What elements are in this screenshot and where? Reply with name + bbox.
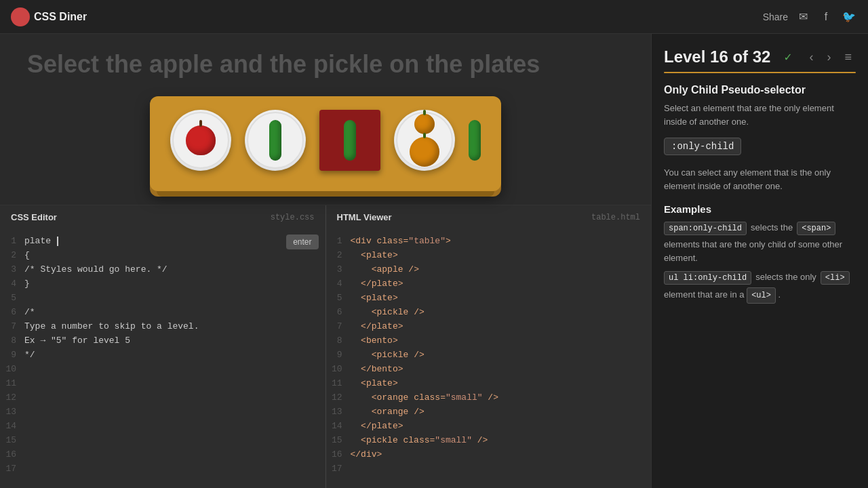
line-number: 10 <box>326 363 351 377</box>
line-content: } <box>24 277 326 291</box>
html-line: 13 <orange /> <box>326 405 652 420</box>
css-editor-tab[interactable]: CSS Editor style.css <box>0 205 326 229</box>
line-number: 11 <box>0 377 24 391</box>
dining-table <box>150 96 501 191</box>
pickle-bento <box>344 120 356 161</box>
line-content <box>24 420 326 434</box>
line-number: 2 <box>0 249 24 263</box>
prev-level-button[interactable]: ‹ <box>805 49 817 66</box>
css-editor-pane[interactable]: enter 1 plate 2 { 3 /* Styles would go h… <box>0 229 326 488</box>
line-content: <pickle /> <box>351 306 652 320</box>
twitter-icon[interactable]: 🐦 <box>841 9 857 25</box>
code-line: 6 /* <box>0 306 326 320</box>
html-line: 3 <apple /> <box>326 263 652 277</box>
code-line: 10 <box>0 363 326 377</box>
example-1-desc: elements that are the only child of some… <box>664 238 856 264</box>
facebook-icon[interactable]: f <box>818 9 834 25</box>
html-line: 7 </plate> <box>326 320 652 334</box>
line-content: <plate> <box>351 249 652 263</box>
code-line: 14 <box>0 420 326 434</box>
line-content: <orange /> <box>351 405 652 420</box>
line-number: 13 <box>0 405 24 420</box>
line-content: */ <box>24 348 326 363</box>
enter-button[interactable]: enter <box>286 235 318 249</box>
editor-tabs: CSS Editor style.css HTML Viewer table.h… <box>0 205 651 229</box>
code-line: 13 <box>0 405 326 420</box>
line-number: 14 <box>326 420 351 434</box>
line-number: 1 <box>0 235 24 249</box>
html-line: 5 <plate> <box>326 291 652 306</box>
example-2-tag2: <ul> <box>747 287 776 304</box>
line-content: { <box>24 249 326 263</box>
example-1-code: span:only-child <box>664 222 747 235</box>
line-content: /* <box>24 306 326 320</box>
selector-desc: Select an element that are the only elem… <box>664 102 856 128</box>
code-area: CSS Editor style.css HTML Viewer table.h… <box>0 205 651 488</box>
examples-title: Examples <box>664 203 856 215</box>
example-2-tag: <li> <box>821 271 850 285</box>
code-line: 8 Ex → "5" for level 5 <box>0 334 326 348</box>
line-content: <apple /> <box>351 263 652 277</box>
right-panel: Level 16 of 32 ✓ ‹ › ≡ Only Child Pseudo… <box>651 34 868 488</box>
line-content <box>24 363 326 377</box>
plate-1 <box>170 110 231 171</box>
line-content: Ex → "5" for level 5 <box>24 334 326 348</box>
orange-small <box>414 114 435 134</box>
bento-1 <box>319 110 380 171</box>
example-2: ul li:only-child selects the only <li> e… <box>664 271 856 304</box>
task-title: Select the apple and the pickle on the p… <box>0 34 651 89</box>
pickle-2 <box>469 120 481 161</box>
level-divider <box>664 72 856 73</box>
share-area: Share ✉ f 🐦 <box>763 9 857 25</box>
pickle-1 <box>269 120 281 161</box>
line-number: 8 <box>0 334 24 348</box>
code-line: 15 <box>0 434 326 448</box>
line-number: 15 <box>326 434 351 448</box>
html-line: 15 <pickle class="small" /> <box>326 434 652 448</box>
line-number: 17 <box>326 462 351 476</box>
email-icon[interactable]: ✉ <box>795 9 811 25</box>
line-number: 9 <box>0 348 24 363</box>
html-line: 12 <orange class="small" /> <box>326 391 652 405</box>
line-content: </plate> <box>351 277 652 291</box>
html-viewer-pane: 1 <div class="table"> 2 <plate> 3 <apple… <box>326 229 652 488</box>
line-number: 17 <box>0 462 24 476</box>
line-content: </div> <box>351 448 652 462</box>
line-content: /* Styles would go here. */ <box>24 263 326 277</box>
code-line: 7 Type a number to skip to a level. <box>0 320 326 334</box>
level-nav: ‹ › ≡ <box>805 49 856 66</box>
line-number: 4 <box>0 277 24 291</box>
line-content: <orange class="small" /> <box>351 391 652 405</box>
orange-large <box>410 137 439 167</box>
scene-container <box>0 89 651 205</box>
line-number: 11 <box>326 377 351 391</box>
example-1: span:only-child selects the <span> eleme… <box>664 222 856 264</box>
code-line: 12 <box>0 391 326 405</box>
html-viewer-tab[interactable]: HTML Viewer table.html <box>326 205 652 229</box>
next-level-button[interactable]: › <box>823 49 835 66</box>
example-2-line: ul li:only-child selects the only <li> <box>664 271 856 285</box>
left-panel: Select the apple and the pickle on the p… <box>0 34 651 488</box>
level-header: Level 16 of 32 ✓ ‹ › ≡ <box>664 47 856 66</box>
code-line: 2 { <box>0 249 326 263</box>
line-number: 12 <box>326 391 351 405</box>
line-number: 5 <box>326 291 351 306</box>
line-content <box>24 448 326 462</box>
example-1-selects: selects the <box>751 222 793 232</box>
menu-button[interactable]: ≡ <box>840 49 856 66</box>
selector-extra-desc: You can select any element that is the o… <box>664 166 856 192</box>
line-number: 4 <box>326 277 351 291</box>
selector-title: Only Child Pseudo-selector <box>664 84 856 96</box>
line-content <box>24 434 326 448</box>
logo-text: CSS Diner <box>34 11 87 23</box>
line-content: <plate> <box>351 377 652 391</box>
line-content <box>24 291 326 306</box>
line-content: </plate> <box>351 420 652 434</box>
level-title: Level 16 of 32 <box>664 47 770 66</box>
html-tab-label: HTML Viewer <box>337 212 392 222</box>
line-content: <div class="table"> <box>351 235 652 249</box>
line-content <box>24 405 326 420</box>
html-line: 6 <pickle /> <box>326 306 652 320</box>
line-number: 9 <box>326 348 351 363</box>
code-line: 1 plate <box>0 235 326 249</box>
